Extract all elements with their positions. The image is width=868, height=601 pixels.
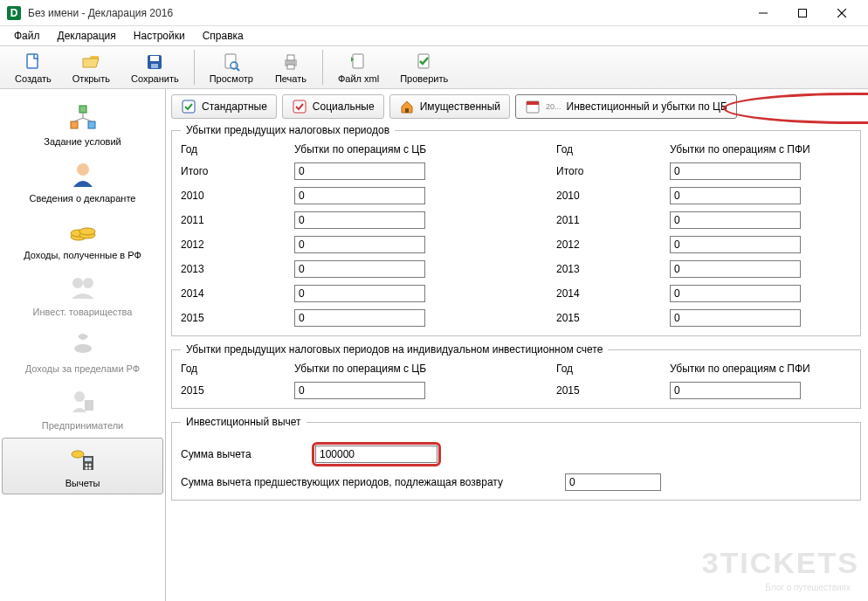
svg-rect-40 (293, 100, 306, 113)
toolbar-filexml-label: Файл xml (338, 73, 379, 84)
toolbar-open-button[interactable]: Открыть (63, 49, 120, 86)
svg-line-21 (83, 118, 92, 121)
toolbar-check-button[interactable]: Проверить (390, 49, 458, 86)
svg-rect-7 (151, 64, 158, 68)
input-pfi[interactable] (670, 162, 801, 180)
input-pfi[interactable] (670, 285, 801, 302)
group-prior-losses: Убытки предыдущих налоговых периодов Год… (171, 124, 861, 336)
row-year-r: 2011 (556, 214, 644, 226)
menu-settings[interactable]: Настройки (127, 28, 192, 44)
sidebar-label-entrepreneurs: Предприниматели (42, 420, 123, 431)
tab-property-label: Имущественный (420, 100, 500, 113)
group-investment-deduction-legend: Инвестиционный вычет (181, 416, 307, 428)
col-year: Год (181, 143, 268, 155)
sidebar-item-entrepreneurs[interactable]: Предприниматели (2, 380, 163, 437)
input-pfi[interactable] (670, 309, 801, 327)
row-year: 2015 (181, 312, 268, 324)
tab-standard-label: Стандартные (202, 100, 267, 113)
input-pfi[interactable] (670, 187, 801, 204)
toolbar-save-button[interactable]: Сохранить (121, 49, 189, 86)
sidebar-item-income-rf[interactable]: Доходы, полученные в РФ (2, 210, 163, 266)
deduction-sum-input[interactable] (315, 446, 437, 463)
row-year: 2012 (181, 238, 268, 251)
svg-rect-14 (353, 54, 363, 68)
xml-file-icon (348, 52, 369, 73)
input-pfi[interactable] (670, 211, 801, 229)
watermark: 3TICKETS (702, 546, 859, 580)
toolbar-print-label: Печать (275, 73, 307, 84)
svg-rect-16 (79, 106, 86, 113)
col-cb: Убытки по операциям с ЦБ (294, 363, 451, 375)
input-cb[interactable] (294, 382, 425, 399)
toolbar-preview-button[interactable]: Просмотр (200, 49, 263, 86)
input-cb[interactable] (294, 211, 425, 229)
svg-rect-6 (150, 56, 159, 61)
input-cb[interactable] (294, 260, 425, 278)
menu-bar: Файл Декларация Настройки Справка (0, 26, 868, 45)
sidebar-item-deductions[interactable]: Вычеты (2, 438, 163, 494)
deduction-prev-input[interactable] (565, 473, 661, 491)
toolbar-create-label: Создать (15, 73, 52, 84)
tab-investment[interactable]: 20... Инвестиционный и убытки по ЦБ (515, 94, 737, 119)
svg-line-20 (74, 118, 83, 121)
sidebar-item-conditions[interactable]: Задание условий (2, 96, 163, 153)
close-button[interactable] (822, 1, 861, 25)
sidebar-item-income-abroad[interactable]: Доходы за пределами РФ (2, 323, 163, 380)
toolbar-print-button[interactable]: Печать (265, 49, 317, 86)
row-year: 2010 (181, 190, 268, 202)
tab-investment-label: Инвестиционный и убытки по ЦБ (567, 100, 727, 113)
col-year-r: Год (556, 363, 644, 375)
svg-point-22 (77, 163, 89, 176)
minimize-button[interactable] (743, 1, 782, 25)
svg-point-29 (74, 344, 92, 353)
menu-file[interactable]: Файл (7, 28, 47, 44)
input-cb[interactable] (294, 187, 425, 204)
tab-standard[interactable]: Стандартные (171, 94, 277, 119)
sidebar-label-income-abroad: Доходы за пределами РФ (25, 363, 140, 374)
sidebar-label-invest-partnerships: Инвест. товарищества (33, 307, 133, 317)
col-pfi: Убытки по операциям с ПФИ (670, 143, 827, 155)
input-cb[interactable] (294, 309, 425, 327)
svg-rect-13 (287, 65, 294, 69)
save-icon (144, 52, 165, 73)
svg-rect-39 (183, 100, 195, 113)
svg-point-28 (83, 278, 93, 288)
conditions-icon (67, 102, 99, 134)
tab-property[interactable]: Имущественный (389, 94, 510, 119)
svg-rect-4 (27, 54, 38, 68)
declarant-icon (67, 159, 99, 190)
row-year-r: 2015 (556, 384, 644, 397)
input-pfi[interactable] (670, 382, 801, 399)
toolbar-filexml-button[interactable]: Файл xml (328, 49, 389, 86)
iis-grid: Год Убытки по операциям с ЦБ Год Убытки … (181, 363, 851, 399)
check-icon (414, 52, 435, 73)
svg-rect-43 (527, 101, 539, 105)
menu-help[interactable]: Справка (196, 28, 251, 44)
sidebar-item-invest-partnerships[interactable]: Инвест. товарищества (2, 266, 163, 323)
svg-point-37 (85, 466, 87, 469)
input-pfi[interactable] (670, 236, 801, 253)
svg-rect-18 (88, 121, 95, 128)
deductions-icon (67, 444, 99, 475)
input-cb[interactable] (294, 236, 425, 253)
maximize-button[interactable] (782, 1, 822, 25)
tab-social[interactable]: Социальные (282, 94, 384, 119)
menu-declaration[interactable]: Декларация (51, 28, 123, 44)
row-year: 2011 (181, 214, 268, 226)
coins-icon (67, 216, 99, 247)
print-icon (280, 52, 301, 73)
tab-strip: Стандартные Социальные Имущественный 20.… (171, 94, 861, 119)
sidebar-label-declarant: Сведения о декларанте (30, 193, 136, 204)
toolbar-open-label: Открыть (72, 73, 110, 84)
svg-line-10 (237, 68, 239, 71)
checkbox-icon (181, 99, 196, 114)
toolbar-check-label: Проверить (400, 73, 448, 84)
sidebar-item-declarant[interactable]: Сведения о декларанте (2, 153, 163, 210)
open-folder-icon (80, 52, 101, 73)
input-cb[interactable] (294, 162, 425, 180)
input-pfi[interactable] (670, 260, 801, 278)
input-cb[interactable] (294, 285, 425, 302)
group-prior-losses-legend: Убытки предыдущих налоговых периодов (181, 124, 395, 136)
row-year: Итого (181, 165, 268, 177)
toolbar-create-button[interactable]: Создать (5, 49, 61, 86)
